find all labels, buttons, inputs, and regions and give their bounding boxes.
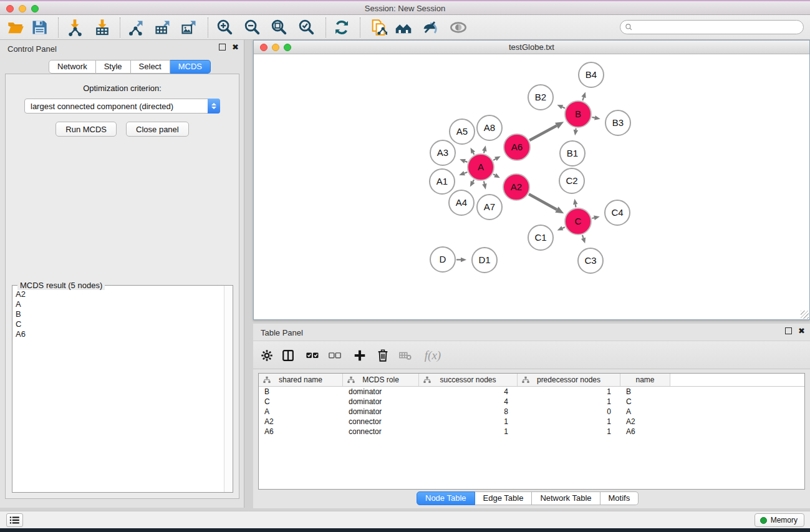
node-B3[interactable]: B3 (605, 110, 630, 135)
column-header-MCDS-role[interactable]: MCDS role (343, 374, 419, 386)
column-header-shared-name[interactable]: shared name (259, 374, 343, 386)
zoom-selected-icon[interactable] (296, 17, 317, 37)
node-A4[interactable]: A4 (449, 190, 474, 215)
edge-A-A3[interactable] (460, 159, 467, 163)
node-B[interactable]: B (565, 101, 591, 127)
node-A5[interactable]: A5 (450, 119, 475, 144)
search-field[interactable] (620, 20, 804, 34)
first-neighbors-icon[interactable] (393, 17, 414, 37)
export-network-icon[interactable] (125, 17, 147, 37)
task-history-button[interactable] (6, 513, 23, 527)
node-B2[interactable]: B2 (528, 85, 553, 110)
tab-node-table[interactable]: Node Table (417, 491, 475, 505)
table-row[interactable]: A6connector11A6 (259, 427, 804, 437)
table-row[interactable]: A2connector11A2 (259, 417, 804, 427)
node-C[interactable]: C (565, 208, 591, 235)
import-table-icon[interactable] (92, 17, 113, 37)
tab-select[interactable]: Select (131, 60, 170, 74)
refresh-icon[interactable] (331, 17, 352, 37)
edge-B-B1[interactable] (574, 128, 578, 136)
tab-network[interactable]: Network (49, 60, 96, 74)
node-D[interactable]: D (430, 247, 455, 272)
save-session-icon[interactable] (29, 17, 50, 37)
tab-network-table[interactable]: Network Table (532, 491, 600, 505)
search-input[interactable] (635, 22, 803, 33)
table-row[interactable]: Cdominator41C (259, 397, 804, 407)
edge-A-A1[interactable] (459, 171, 467, 175)
zoom-fit-icon[interactable] (269, 17, 290, 37)
node-B4[interactable]: B4 (579, 62, 604, 87)
deselect-all-icon[interactable] (326, 347, 344, 364)
edge-C-C2[interactable] (573, 199, 577, 208)
node-A7[interactable]: A7 (477, 195, 502, 220)
network-canvas[interactable]: B4B2BB3A8A5A6A3B1AC2A1A2A4A7C4CC1DD1C3 (254, 54, 809, 319)
edge-A-A2[interactable] (493, 173, 500, 178)
node-D1[interactable]: D1 (472, 248, 497, 273)
column-header-successor-nodes[interactable]: successor nodes (419, 374, 518, 386)
hide-selected-icon[interactable] (420, 17, 441, 37)
add-column-icon[interactable] (351, 347, 369, 364)
network-window-titlebar[interactable]: testGlobe.txt (254, 41, 809, 54)
zoom-out-icon[interactable] (242, 17, 263, 37)
edge-C-C4[interactable] (592, 216, 599, 220)
export-table-icon[interactable] (152, 17, 173, 37)
table-row[interactable]: Bdominator41B (259, 387, 804, 397)
mcds-result-item[interactable]: A2 (12, 289, 223, 299)
edge-A-A4[interactable] (470, 180, 475, 186)
tab-motifs[interactable]: Motifs (600, 491, 639, 505)
tab-mcds[interactable]: MCDS (170, 60, 211, 74)
tab-edge-table[interactable]: Edge Table (475, 491, 533, 505)
table-float-panel-icon[interactable] (785, 327, 792, 334)
optimization-criterion-select[interactable]: largest connected component (directed) (24, 99, 220, 114)
node-A1[interactable]: A1 (430, 169, 455, 194)
new-network-from-selection-icon[interactable] (368, 17, 389, 37)
edge-C-C1[interactable] (557, 226, 565, 230)
node-A6[interactable]: A6 (504, 134, 530, 160)
edge-D-D1[interactable] (456, 258, 466, 262)
mcds-result-item[interactable]: A (12, 299, 223, 309)
import-network-icon[interactable] (64, 17, 85, 37)
close-panel-button[interactable]: Close panel (126, 122, 189, 137)
column-layout-icon[interactable] (279, 347, 297, 364)
edge-B-B2[interactable] (557, 105, 565, 109)
column-header-predecessor-nodes[interactable]: predecessor nodes (518, 374, 620, 386)
edge-B-B3[interactable] (592, 115, 600, 120)
select-all-icon[interactable] (304, 347, 321, 364)
edge-A-A7[interactable] (482, 181, 486, 189)
edge-B-B4[interactable] (581, 92, 586, 101)
result-scrollbar[interactable] (224, 286, 233, 492)
node-A2[interactable]: A2 (503, 174, 529, 200)
edge-C-C3[interactable] (581, 235, 586, 243)
table-close-panel-icon[interactable]: ✖ (798, 327, 805, 334)
table-settings-icon[interactable] (258, 347, 276, 364)
node-A8[interactable]: A8 (477, 115, 502, 140)
node-C3[interactable]: C3 (578, 248, 603, 273)
edge-A2-C[interactable] (529, 194, 564, 213)
zoom-in-icon[interactable] (215, 17, 236, 37)
mcds-result-item[interactable]: A6 (12, 329, 223, 339)
edge-A-A8[interactable] (482, 145, 486, 153)
tab-style[interactable]: Style (96, 60, 131, 74)
open-session-icon[interactable] (5, 17, 26, 37)
mcds-result-item[interactable]: C (12, 319, 223, 329)
close-panel-icon[interactable]: ✖ (232, 44, 239, 51)
export-image-icon[interactable] (178, 17, 200, 37)
resize-grip[interactable] (801, 311, 809, 319)
graphics-details-icon[interactable] (448, 17, 469, 37)
edge-A6-B[interactable] (529, 122, 564, 140)
delete-column-icon[interactable] (374, 347, 392, 364)
node-A3[interactable]: A3 (430, 140, 455, 165)
node-C1[interactable]: C1 (528, 225, 553, 250)
edge-A-A5[interactable] (471, 148, 476, 155)
node-C2[interactable]: C2 (559, 168, 584, 193)
node-C4[interactable]: C4 (605, 200, 630, 225)
table-row[interactable]: Adominator80A (259, 407, 804, 417)
memory-button[interactable]: Memory (755, 513, 804, 527)
float-panel-icon[interactable] (219, 44, 226, 51)
edge-A-A6[interactable] (493, 156, 501, 161)
node-B1[interactable]: B1 (560, 141, 585, 166)
run-mcds-button[interactable]: Run MCDS (55, 122, 117, 137)
node-A[interactable]: A (468, 154, 494, 180)
column-header-name[interactable]: name (620, 374, 670, 386)
mcds-result-item[interactable]: B (12, 309, 223, 319)
